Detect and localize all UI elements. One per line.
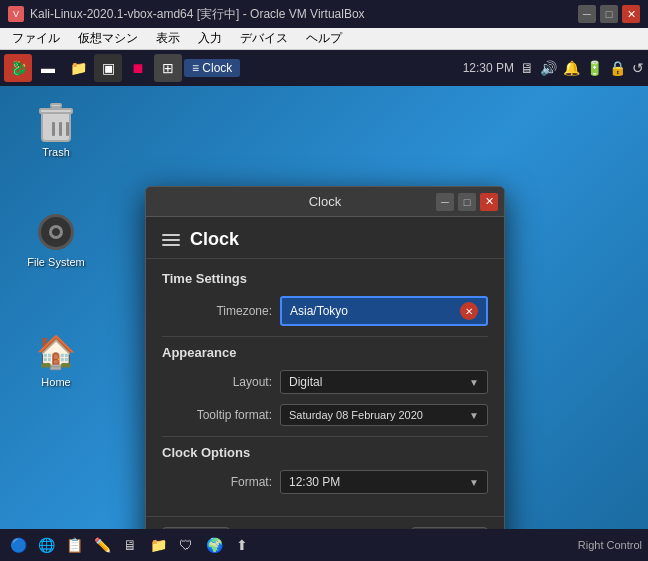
app-icon: V [8,6,24,22]
filesystem-label: File System [27,256,84,268]
taskbar-clock-label: ≡ Clock [192,61,232,75]
taskbar-time: 12:30 PM [463,61,514,75]
menu-bar: ファイル 仮想マシン 表示 入力 デバイス ヘルプ [0,28,648,50]
format-label: Format: [162,475,272,489]
timezone-value: Asia/Tokyo [290,304,348,318]
tb-bottom-icon-7[interactable]: 🛡 [174,533,198,557]
close-button[interactable]: ✕ [622,5,640,23]
filesystem-shape [38,214,74,250]
taskbar-right-area: 12:30 PM 🖥 🔊 🔔 🔋 🔒 ↺ [463,60,644,76]
taskbar-bottom: 🔵 🌐 📋 ✏️ 🖥 📁 🛡 🌍 ⬆ Right Control [0,529,648,561]
dialog-minimize-button[interactable]: ─ [436,193,454,211]
layout-value: Digital [289,375,322,389]
tb-bottom-icon-2[interactable]: 🌐 [34,533,58,557]
tb-square-icon[interactable]: ▬ [34,54,62,82]
section-divider-2 [162,436,488,437]
desktop-icon-trash[interactable]: Trash [20,96,92,164]
maximize-button[interactable]: □ [600,5,618,23]
section-divider-1 [162,336,488,337]
timezone-clear-button[interactable]: ✕ [460,302,478,320]
tooltip-row: Tooltip format: Saturday 08 February 202… [162,404,488,426]
tb-bottom-icon-9[interactable]: ⬆ [230,533,254,557]
tb-bottom-icon-4[interactable]: ✏️ [90,533,114,557]
tb-bottom-icon-5[interactable]: 🖥 [118,533,142,557]
desktop-icon-home[interactable]: 🏠 Home [20,326,92,394]
timezone-label: Timezone: [162,304,272,318]
lock-icon[interactable]: 🔒 [609,60,626,76]
taskbar-bottom-right: Right Control [572,539,642,551]
menu-help[interactable]: ヘルプ [298,28,350,49]
tb-bottom-icon-6[interactable]: 📁 [146,533,170,557]
home-label: Home [41,376,70,388]
taskbar-clock-app[interactable]: ≡ Clock [184,59,240,77]
format-dropdown[interactable]: 12:30 PM ▼ [280,470,488,494]
trash-shape [38,102,74,142]
tooltip-label: Tooltip format: [162,408,272,422]
menu-vm[interactable]: 仮想マシン [70,28,146,49]
menu-view[interactable]: 表示 [148,28,188,49]
format-value: 12:30 PM [289,475,340,489]
layout-dropdown[interactable]: Digital ▼ [280,370,488,394]
monitor-icon[interactable]: 🖥 [520,60,534,76]
minimize-button[interactable]: ─ [578,5,596,23]
refresh-icon[interactable]: ↺ [632,60,644,76]
desktop-icon-filesystem[interactable]: File System [20,206,92,274]
tb-kali-icon[interactable]: 🐉 [4,54,32,82]
hamburger-line-1 [162,234,180,236]
dialog-header: Clock [146,217,504,259]
dialog-close-button[interactable]: ✕ [480,193,498,211]
format-dropdown-arrow: ▼ [469,477,479,488]
volume-icon[interactable]: 🔊 [540,60,557,76]
menu-devices[interactable]: デバイス [232,28,296,49]
tb-folder-icon[interactable]: 📁 [64,54,92,82]
trash-label: Trash [42,146,70,158]
tooltip-value: Saturday 08 February 2020 [289,409,423,421]
home-shape: 🏠 [36,333,76,371]
dialog-title: Clock [309,194,342,209]
dialog-header-title: Clock [190,229,239,250]
dialog-titlebar: Clock ─ □ ✕ [146,187,504,217]
appearance-title: Appearance [162,345,488,360]
tb-terminal-icon[interactable]: ▣ [94,54,122,82]
tooltip-dropdown-arrow: ▼ [469,410,479,421]
window-title: Kali-Linux-2020.1-vbox-amd64 [実行中] - Ora… [30,6,572,23]
time-settings-title: Time Settings [162,271,488,286]
bell-icon[interactable]: 🔔 [563,60,580,76]
menu-file[interactable]: ファイル [4,28,68,49]
taskbar-top: 🐉 ▬ 📁 ▣ ■ ⊞ ≡ Clock 12:30 PM 🖥 🔊 🔔 🔋 🔒 ↺ [0,50,648,86]
layout-row: Layout: Digital ▼ [162,370,488,394]
menu-input[interactable]: 入力 [190,28,230,49]
format-row: Format: 12:30 PM ▼ [162,470,488,494]
tb-bottom-icon-8[interactable]: 🌍 [202,533,226,557]
hamburger-icon[interactable] [162,234,180,246]
dialog-body: Time Settings Timezone: Asia/Tokyo ✕ App… [146,259,504,516]
hamburger-line-2 [162,239,180,241]
home-icon-img: 🏠 [36,332,76,372]
filesystem-icon-img [36,212,76,252]
right-control-label: Right Control [578,539,642,551]
tb-bottom-icon-1[interactable]: 🔵 [6,533,30,557]
layout-dropdown-arrow: ▼ [469,377,479,388]
trash-icon-img [36,102,76,142]
desktop: Trash File System 🏠 Home Clock ─ □ ✕ [0,86,648,547]
clock-options-title: Clock Options [162,445,488,460]
layout-label: Layout: [162,375,272,389]
hamburger-line-3 [162,244,180,246]
tooltip-dropdown[interactable]: Saturday 08 February 2020 ▼ [280,404,488,426]
timezone-row: Timezone: Asia/Tokyo ✕ [162,296,488,326]
tb-bottom-icon-3[interactable]: 📋 [62,533,86,557]
timezone-input[interactable]: Asia/Tokyo ✕ [280,296,488,326]
dialog-title-controls: ─ □ ✕ [436,193,498,211]
dialog-maximize-button[interactable]: □ [458,193,476,211]
battery-icon[interactable]: 🔋 [586,60,603,76]
window-controls: ─ □ ✕ [578,5,640,23]
title-bar: V Kali-Linux-2020.1-vbox-amd64 [実行中] - O… [0,0,648,28]
tb-red-icon[interactable]: ■ [124,54,152,82]
tb-grid-icon[interactable]: ⊞ [154,54,182,82]
clock-dialog: Clock ─ □ ✕ Clock Time Settings Timezone… [145,186,505,547]
